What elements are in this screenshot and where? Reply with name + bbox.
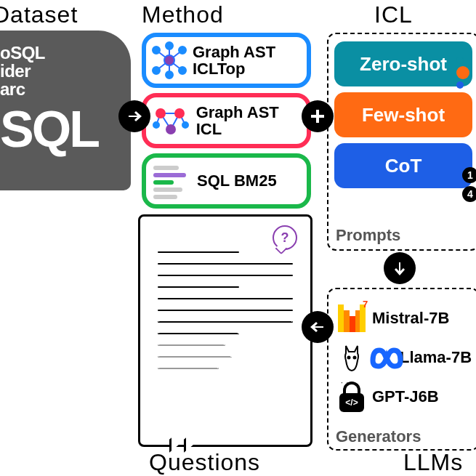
svg-point-6 xyxy=(164,55,174,65)
prompt-few-shot: Few-shot xyxy=(334,92,472,137)
code-lock-icon: · · ·</> xyxy=(334,379,369,414)
svg-point-12 xyxy=(166,71,173,78)
svg-point-10 xyxy=(179,67,186,74)
prompts-caption: Prompts xyxy=(336,226,400,245)
header-dataset: Dataset xyxy=(0,1,78,28)
text-line-icon xyxy=(158,275,293,276)
generator-label: Mistral-7B xyxy=(372,309,449,328)
question-mark-icon: ? xyxy=(273,225,297,250)
text-line-dashed-icon xyxy=(158,356,232,358)
svg-point-24 xyxy=(354,357,356,359)
svg-point-22 xyxy=(153,122,159,128)
text-line-dashed-icon xyxy=(158,344,225,346)
svg-point-19 xyxy=(175,109,184,118)
arrow-right-icon xyxy=(118,100,150,132)
generator-mistral: 7 Mistral-7B xyxy=(334,301,472,336)
header-questions: Questions xyxy=(149,449,260,476)
generator-llama: Llama-7B xyxy=(334,340,472,375)
graph-icon xyxy=(149,38,190,83)
svg-point-18 xyxy=(156,109,165,118)
text-line-dashed-icon xyxy=(158,368,219,369)
svg-point-9 xyxy=(153,67,160,74)
text-line-dashed-icon xyxy=(158,321,293,323)
generators-caption: Generators xyxy=(336,427,421,446)
number-circle: 1 xyxy=(462,167,476,183)
method-card-label: SQL BM25 xyxy=(197,172,277,189)
svg-point-11 xyxy=(166,42,173,49)
method-card-label: Graph AST ICLTop xyxy=(193,44,307,77)
llama-icon xyxy=(334,340,369,375)
text-line-dashed-icon xyxy=(158,333,239,334)
plus-icon xyxy=(302,100,334,132)
method-card-graph-ast-icltop: Graph AST ICLTop xyxy=(142,33,311,88)
generator-label: Llama-7B xyxy=(400,348,472,367)
graph-icon xyxy=(149,98,193,143)
generator-gptj: · · ·</> GPT-J6B xyxy=(334,379,472,414)
dataset-big-label: SQL xyxy=(0,100,124,158)
svg-point-20 xyxy=(166,125,175,134)
svg-point-23 xyxy=(348,357,350,359)
icl-prompts-panel: Zero-shot Few-shot CoT Prompts xyxy=(327,33,476,251)
svg-point-21 xyxy=(182,122,188,128)
svg-point-7 xyxy=(153,47,160,54)
dataset-block: oSQL ider arc SQL xyxy=(0,31,131,190)
arrow-down-icon xyxy=(384,252,416,284)
header-llms: LLMs xyxy=(403,449,463,476)
text-line-icon xyxy=(158,310,293,311)
header-method: Method xyxy=(142,1,224,28)
dataset-line: ider xyxy=(0,62,124,80)
method-card-label: Graph AST ICL xyxy=(196,104,307,137)
side-dots-icon xyxy=(456,55,469,91)
dataset-line: arc xyxy=(0,80,124,98)
questions-panel: ? xyxy=(138,214,312,447)
document-lines-icon xyxy=(149,158,194,203)
method-card-sql-bm25: SQL BM25 xyxy=(142,153,311,209)
generator-label: GPT-J6B xyxy=(372,387,439,406)
header-icl: ICL xyxy=(374,1,413,28)
text-line-icon xyxy=(158,286,239,288)
text-line-icon xyxy=(158,251,239,253)
meta-icon xyxy=(369,340,404,375)
text-line-icon xyxy=(158,263,293,265)
generators-panel: 7 Mistral-7B Llama-7B · · ·</> GPT-J6B G… xyxy=(327,288,476,451)
text-line-icon xyxy=(158,298,293,299)
number-circle: 4 xyxy=(462,186,476,202)
method-card-graph-ast-icl: Graph AST ICL xyxy=(142,93,311,148)
prompt-cot: CoT xyxy=(334,143,472,188)
svg-point-8 xyxy=(179,47,186,54)
prompt-zero-shot: Zero-shot xyxy=(334,41,472,86)
dataset-line: oSQL xyxy=(0,44,124,62)
arrow-left-icon xyxy=(302,311,334,343)
mistral-icon: 7 xyxy=(334,301,369,336)
